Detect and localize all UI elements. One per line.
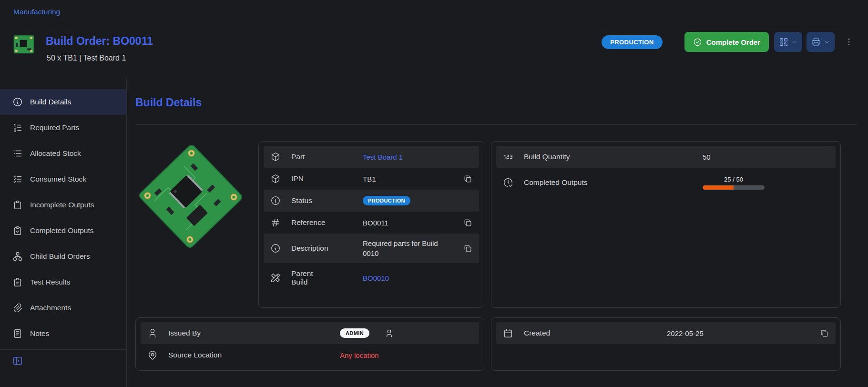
sidebar-item-attachments[interactable]: Attachments: [0, 295, 126, 321]
clipboard-icon: [12, 200, 23, 210]
ipn-row: IPN TB1: [264, 168, 479, 190]
circle-check-icon: [693, 38, 702, 47]
created-label: Created: [524, 329, 667, 337]
page-header: Build Order: BO0011 50 x TB1 | Test Boar…: [0, 24, 868, 78]
copy-icon[interactable]: [463, 218, 472, 227]
info-circle-icon: [270, 243, 281, 254]
list-icon: [12, 148, 23, 159]
parent-build-link[interactable]: BO0010: [363, 274, 472, 282]
production-status-badge: PRODUCTION: [363, 196, 410, 205]
status-label: Status: [291, 196, 363, 205]
sidebar-item-label: Notes: [30, 329, 50, 338]
progress-text: 25 / 50: [703, 176, 765, 183]
status-row: Status PRODUCTION: [264, 190, 479, 212]
reference-label: Reference: [291, 218, 363, 227]
ipn-value: TB1: [363, 175, 463, 183]
numbers-123-icon: [503, 152, 513, 162]
reference-value: BO0011: [363, 219, 463, 227]
progress-fill: [703, 185, 734, 190]
part-link[interactable]: Test Board 1: [363, 153, 472, 161]
printer-icon: [811, 37, 821, 47]
notes-icon: [12, 328, 23, 339]
build-details-panel: Build Details: [127, 78, 868, 387]
part-thumbnail-image: [12, 33, 35, 56]
ipn-label: IPN: [291, 174, 363, 183]
heading-divider: [135, 124, 857, 125]
created-value: 2022-05-25: [667, 329, 820, 337]
completed-outputs-label: Completed Outputs: [524, 178, 703, 187]
issued-by-row: Issued By ADMIN: [141, 322, 479, 344]
status-badge: PRODUCTION: [602, 35, 662, 49]
breadcrumb-manufacturing-link[interactable]: Manufacturing: [13, 8, 60, 16]
user-icon: [385, 329, 394, 338]
parent-build-row: Parent Build BO0010: [264, 263, 479, 293]
description-row: Description Required parts for Build 001…: [264, 234, 479, 263]
sidebar-item-label: Test Results: [30, 278, 70, 286]
header-actions: PRODUCTION Complete Order: [602, 32, 854, 52]
hash-icon: [270, 217, 281, 228]
complete-order-button[interactable]: Complete Order: [684, 32, 769, 52]
chevron-down-icon: [823, 39, 830, 46]
page-title: Build Order: BO0011: [46, 35, 153, 48]
build-quantity-row: Build Quantity 50: [496, 146, 836, 168]
user-icon: [147, 328, 158, 338]
clipboard-text-icon: [12, 277, 23, 287]
paperclip-icon: [12, 303, 23, 313]
created-card: Created 2022-05-25: [491, 317, 841, 371]
sidebar-item-label: Incomplete Outputs: [30, 201, 94, 209]
box-icon: [270, 173, 281, 184]
sidebar-item-notes[interactable]: Notes: [0, 321, 126, 346]
copy-icon[interactable]: [463, 244, 472, 253]
sidebar-item-build-details[interactable]: Build Details: [0, 89, 126, 115]
clock-check-icon: [503, 177, 513, 188]
progress-track: [703, 185, 765, 190]
sitemap-icon: [12, 251, 23, 262]
source-location-value: Any location: [340, 351, 472, 359]
description-value: Required parts for Build 0010: [363, 238, 448, 258]
sidebar-item-label: Allocated Stock: [30, 149, 81, 158]
sidebar-item-incomplete-outputs[interactable]: Incomplete Outputs: [0, 192, 126, 218]
barcode-actions-button[interactable]: [774, 32, 802, 52]
parent-build-label: Parent Build: [291, 269, 363, 286]
copy-icon[interactable]: [820, 329, 829, 338]
box-icon: [270, 152, 281, 162]
issued-by-label: Issued By: [168, 329, 340, 337]
breadcrumb: Manufacturing: [0, 0, 868, 24]
sidebar-item-label: Build Details: [30, 98, 71, 106]
issue-card: Issued By ADMIN Source Location Any loca…: [135, 317, 484, 371]
sidebar-item-label: Consumed Stock: [30, 175, 86, 183]
panel-heading: Build Details: [135, 96, 857, 109]
list-numbers-icon: [12, 122, 23, 133]
sidebar-item-completed-outputs[interactable]: Completed Outputs: [0, 218, 126, 244]
build-quantity-label: Build Quantity: [524, 153, 703, 161]
reference-row: Reference BO0011: [264, 212, 479, 234]
sidebar-item-child-build-orders[interactable]: Child Build Orders: [0, 244, 126, 269]
calendar-icon: [503, 328, 513, 338]
list-check-icon: [12, 174, 23, 184]
issued-by-badge: ADMIN: [340, 328, 369, 338]
copy-icon[interactable]: [463, 174, 472, 183]
build-quantity-value: 50: [703, 153, 829, 161]
sidebar-item-test-results[interactable]: Test Results: [0, 269, 126, 295]
print-actions-button[interactable]: [807, 32, 835, 52]
tools-icon: [270, 273, 281, 283]
sidebar-collapse-button[interactable]: [0, 350, 126, 366]
sidebar: Build Details Required Parts Allocated S…: [0, 78, 127, 387]
sidebar-item-consumed-stock[interactable]: Consumed Stock: [0, 166, 126, 192]
part-image: [135, 141, 246, 252]
sidebar-item-allocated-stock[interactable]: Allocated Stock: [0, 141, 126, 166]
chevron-down-icon: [791, 39, 798, 46]
source-location-row: Source Location Any location: [141, 344, 479, 366]
source-location-label: Source Location: [168, 351, 340, 359]
part-label: Part: [291, 153, 363, 161]
clipboard-check-icon: [12, 225, 23, 236]
part-row: Part Test Board 1: [264, 146, 479, 168]
more-actions-button[interactable]: [844, 37, 854, 47]
sidebar-item-label: Child Build Orders: [30, 252, 90, 261]
complete-order-label: Complete Order: [706, 38, 760, 46]
completed-outputs-row: Completed Outputs 25 / 50: [496, 168, 836, 197]
sidebar-item-label: Required Parts: [30, 123, 79, 132]
sidebar-item-required-parts[interactable]: Required Parts: [0, 115, 126, 141]
sidebar-item-label: Attachments: [30, 304, 71, 312]
part-details-card: Part Test Board 1 IPN TB1: [258, 141, 484, 308]
